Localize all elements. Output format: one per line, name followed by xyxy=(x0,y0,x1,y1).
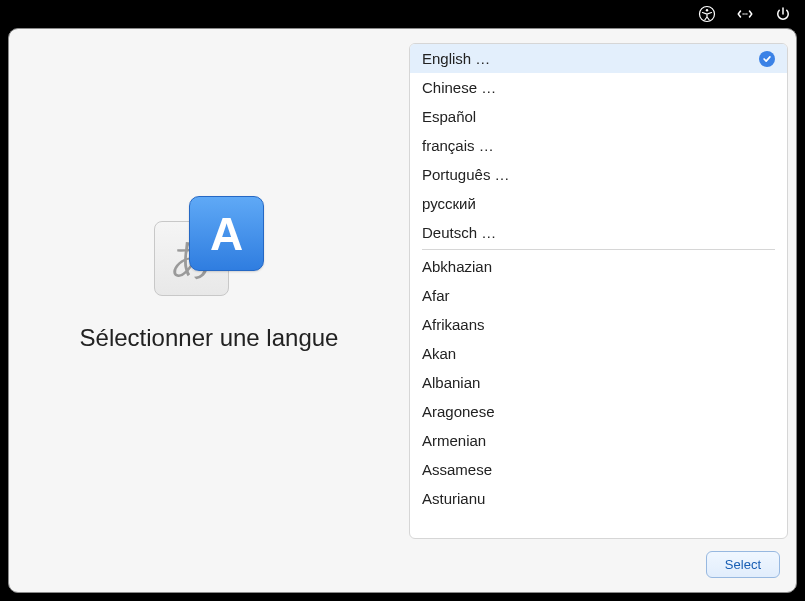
footer: Select xyxy=(9,539,796,592)
svg-point-1 xyxy=(706,9,708,11)
language-item-label: Español xyxy=(422,108,476,125)
language-item-label: Afar xyxy=(422,287,450,304)
check-icon xyxy=(759,51,775,67)
page-title: Sélectionner une langue xyxy=(80,324,339,352)
select-button[interactable]: Select xyxy=(706,551,780,578)
language-icon-front-glyph: A xyxy=(189,196,264,271)
svg-point-2 xyxy=(742,13,744,15)
language-item-label: Português … xyxy=(422,166,510,183)
language-item[interactable]: Aragonese xyxy=(410,397,787,426)
left-pane: あ A Sélectionner une langue xyxy=(9,29,409,539)
language-item[interactable]: Afrikaans xyxy=(410,310,787,339)
language-item[interactable]: русский xyxy=(410,189,787,218)
language-item-label: Armenian xyxy=(422,432,486,449)
language-item-label: Afrikaans xyxy=(422,316,485,333)
language-item[interactable]: Albanian xyxy=(410,368,787,397)
language-item-label: Asturianu xyxy=(422,490,485,507)
language-item-label: Deutsch … xyxy=(422,224,496,241)
list-divider xyxy=(422,249,775,250)
language-icon: あ A xyxy=(154,196,264,296)
language-item-label: français … xyxy=(422,137,494,154)
language-item[interactable]: Armenian xyxy=(410,426,787,455)
language-item[interactable]: Português … xyxy=(410,160,787,189)
language-item[interactable]: Deutsch … xyxy=(410,218,787,247)
language-item[interactable]: Afar xyxy=(410,281,787,310)
language-item-label: Aragonese xyxy=(422,403,495,420)
language-item-label: Abkhazian xyxy=(422,258,492,275)
language-item[interactable]: Español xyxy=(410,102,787,131)
right-pane: English …Chinese …Españolfrançais …Portu… xyxy=(409,29,796,539)
language-item[interactable]: français … xyxy=(410,131,787,160)
svg-point-3 xyxy=(744,13,746,15)
language-item-label: English … xyxy=(422,50,490,67)
language-item-label: русский xyxy=(422,195,476,212)
language-item-label: Assamese xyxy=(422,461,492,478)
language-listbox[interactable]: English …Chinese …Españolfrançais …Portu… xyxy=(409,43,788,539)
content-area: あ A Sélectionner une langue English …Chi… xyxy=(9,29,796,539)
language-item-label: Chinese … xyxy=(422,79,496,96)
language-item[interactable]: Chinese … xyxy=(410,73,787,102)
language-item[interactable]: Abkhazian xyxy=(410,252,787,281)
language-item-label: Albanian xyxy=(422,374,480,391)
language-item[interactable]: Asturianu xyxy=(410,484,787,513)
language-item[interactable]: English … xyxy=(410,44,787,73)
power-icon[interactable] xyxy=(773,4,793,24)
input-method-icon[interactable] xyxy=(735,4,755,24)
language-chooser-window: あ A Sélectionner une langue English …Chi… xyxy=(8,28,797,593)
language-item[interactable]: Assamese xyxy=(410,455,787,484)
svg-point-4 xyxy=(746,13,748,15)
accessibility-icon[interactable] xyxy=(697,4,717,24)
language-item[interactable]: Akan xyxy=(410,339,787,368)
language-item-label: Akan xyxy=(422,345,456,362)
menubar xyxy=(0,0,805,28)
